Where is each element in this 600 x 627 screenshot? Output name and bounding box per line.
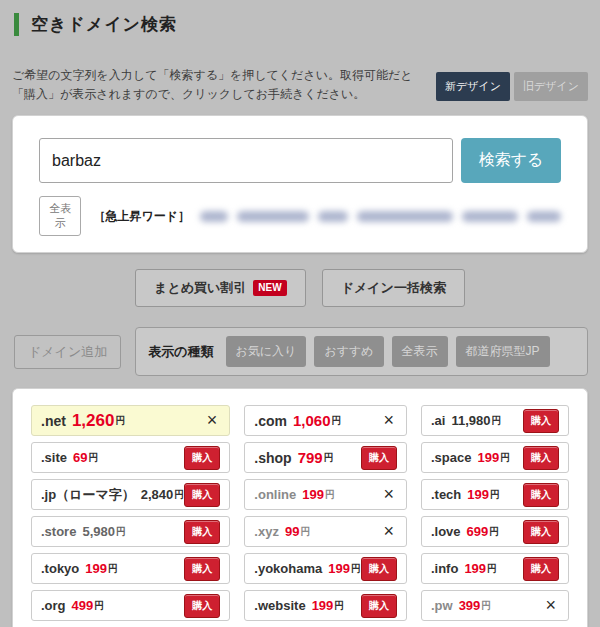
buy-button[interactable]: 購入 — [361, 594, 397, 618]
intro-section: ご希望の文字列を入力して「検索する」を押してください。取得可能だと「購入」が表示… — [0, 36, 600, 103]
buy-button[interactable]: 購入 — [523, 483, 559, 507]
currency-label: 円 — [116, 525, 126, 539]
currency-label: 円 — [500, 451, 510, 465]
cell-action: 購入 — [361, 557, 397, 581]
currency-label: 円 — [490, 488, 500, 502]
display-option-1[interactable]: お気に入り — [226, 336, 307, 367]
new-badge: NEW — [253, 280, 286, 296]
domain-cell[interactable]: .online199円× — [244, 479, 407, 510]
tld-label: .space — [431, 450, 471, 465]
close-icon[interactable]: × — [380, 484, 397, 504]
domain-cell[interactable]: .jp（ローマ字）2,840円購入 — [31, 479, 230, 510]
currency-label: 円 — [324, 451, 334, 465]
buy-button[interactable]: 購入 — [184, 520, 220, 544]
trending-words-blurred — [200, 211, 561, 222]
blurred-word — [237, 211, 309, 222]
domain-search-input[interactable] — [39, 138, 453, 183]
domain-cell[interactable]: .org499円購入 — [31, 590, 230, 621]
price-value: 199 — [467, 487, 489, 502]
price-value: 199 — [302, 487, 324, 502]
blurred-word — [318, 211, 348, 222]
tld-label: .store — [41, 524, 76, 539]
display-option-4[interactable]: 都道府県型JP — [456, 336, 550, 367]
cell-action: 購入 — [361, 594, 397, 618]
buy-button[interactable]: 購入 — [361, 557, 397, 581]
cell-action: 購入 — [523, 520, 559, 544]
domain-cell[interactable]: .shop799円購入 — [244, 442, 407, 473]
domain-cell[interactable]: .ai11,980円購入 — [421, 405, 569, 436]
cell-action: × — [380, 522, 397, 541]
page-header: 空きドメイン検索 — [0, 0, 600, 36]
price-value: 499 — [72, 598, 94, 613]
domain-cell[interactable]: .net1,260円× — [31, 405, 230, 436]
currency-label: 円 — [489, 525, 499, 539]
display-type-box: 表示の種類 お気に入りおすすめ全表示都道府県型JP — [135, 327, 588, 376]
close-icon[interactable]: × — [380, 410, 397, 430]
cell-action: × — [380, 485, 397, 504]
show-all-chip[interactable]: 全表示 — [39, 196, 81, 236]
domain-cell[interactable]: .xyz99円× — [244, 516, 407, 547]
price-value: 2,840 — [141, 487, 174, 502]
domain-cell[interactable]: .tokyo199円購入 — [31, 553, 230, 584]
price-value: 199 — [85, 561, 107, 576]
new-design-button[interactable]: 新デザイン — [436, 72, 510, 101]
buy-button[interactable]: 購入 — [184, 594, 220, 618]
buy-button[interactable]: 購入 — [184, 557, 220, 581]
mid-actions-row: まとめ買い割引 NEW ドメイン一括検索 — [0, 269, 600, 307]
tld-label: .info — [431, 561, 458, 576]
price-value: 199 — [328, 561, 350, 576]
tld-label: .org — [41, 598, 66, 613]
cell-action: 購入 — [184, 483, 220, 507]
tld-label: .shop — [254, 450, 291, 466]
search-button[interactable]: 検索する — [461, 138, 561, 183]
price-value: 799 — [298, 449, 323, 466]
price-value: 199 — [312, 598, 334, 613]
currency-label: 円 — [174, 488, 184, 502]
display-option-3[interactable]: 全表示 — [392, 336, 448, 367]
cell-action: 購入 — [361, 446, 397, 470]
price-value: 199 — [477, 450, 499, 465]
currency-label: 円 — [481, 599, 491, 613]
page-title: 空きドメイン検索 — [31, 13, 177, 36]
display-option-2[interactable]: おすすめ — [314, 336, 383, 367]
buy-button[interactable]: 購入 — [184, 446, 220, 470]
price-value: 399 — [459, 598, 481, 613]
bulk-discount-label: まとめ買い割引 — [154, 279, 246, 297]
domain-cell[interactable]: .pw399円× — [421, 590, 569, 621]
close-icon[interactable]: × — [542, 595, 559, 615]
search-panel: 検索する 全表示 ［急上昇ワード］ — [12, 115, 588, 253]
old-design-button[interactable]: 旧デザイン — [514, 72, 588, 101]
tld-label: .xyz — [254, 524, 279, 539]
trending-words-label: ［急上昇ワード］ — [93, 208, 190, 225]
domain-cell[interactable]: .site69円購入 — [31, 442, 230, 473]
add-domain-button[interactable]: ドメイン追加 — [14, 335, 121, 369]
tld-label: .jp（ローマ字） — [41, 486, 135, 504]
bulk-discount-button[interactable]: まとめ買い割引 NEW — [135, 269, 306, 307]
bulk-search-button[interactable]: ドメイン一括検索 — [322, 269, 465, 307]
domain-cell[interactable]: .yokohama199円購入 — [244, 553, 407, 584]
filter-row: ドメイン追加 表示の種類 お気に入りおすすめ全表示都道府県型JP — [14, 327, 588, 376]
domain-cell[interactable]: .website199円購入 — [244, 590, 407, 621]
price-value: 5,980 — [82, 524, 115, 539]
tld-label: .love — [431, 524, 461, 539]
buy-button[interactable]: 購入 — [523, 557, 559, 581]
blurred-word — [462, 211, 518, 222]
search-instructions: ご希望の文字列を入力して「検索する」を押してください。取得可能だと「購入」が表示… — [12, 66, 436, 103]
buy-button[interactable]: 購入 — [361, 446, 397, 470]
domain-cell[interactable]: .store5,980円購入 — [31, 516, 230, 547]
buy-button[interactable]: 購入 — [523, 446, 559, 470]
buy-button[interactable]: 購入 — [184, 483, 220, 507]
buy-button[interactable]: 購入 — [523, 520, 559, 544]
domain-cell[interactable]: .info199円購入 — [421, 553, 569, 584]
close-icon[interactable]: × — [204, 410, 221, 430]
cell-action: 購入 — [523, 557, 559, 581]
buy-button[interactable]: 購入 — [523, 409, 559, 433]
domain-cell[interactable]: .tech199円購入 — [421, 479, 569, 510]
domain-cell[interactable]: .space199円購入 — [421, 442, 569, 473]
currency-label: 円 — [487, 562, 497, 576]
tld-label: .yokohama — [254, 561, 322, 576]
domain-cell[interactable]: .com1,060円× — [244, 405, 407, 436]
trending-row: 全表示 ［急上昇ワード］ — [39, 196, 561, 236]
close-icon[interactable]: × — [380, 521, 397, 541]
domain-cell[interactable]: .love699円購入 — [421, 516, 569, 547]
